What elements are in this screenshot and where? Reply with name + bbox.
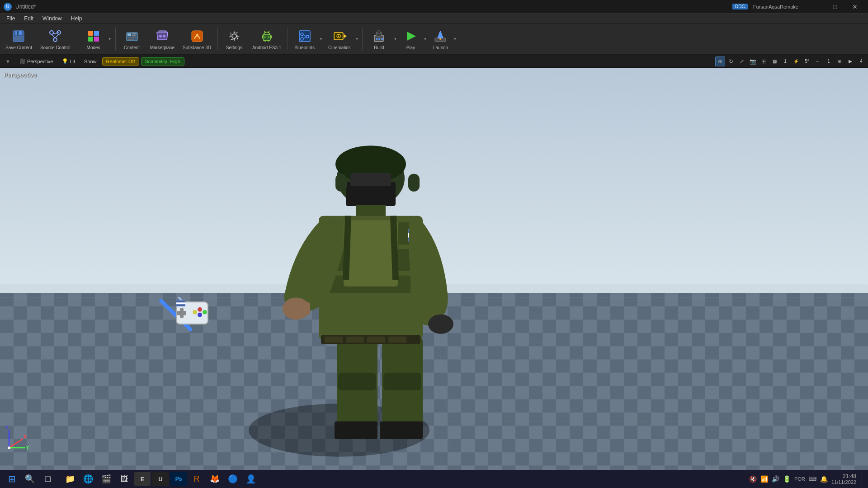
svg-point-24 xyxy=(232,34,236,38)
media-player-button[interactable]: 🎬 xyxy=(98,472,114,486)
launch-label: Launch xyxy=(433,45,448,50)
svg-point-130 xyxy=(8,446,10,449)
maximize-button[interactable]: □ xyxy=(826,0,844,14)
rotate-tool-button[interactable]: ↻ xyxy=(726,56,736,66)
show-desktop-button[interactable] xyxy=(862,472,864,486)
vr-button[interactable]: 4 xyxy=(856,56,866,66)
surface-snap-button[interactable]: ⊛ xyxy=(835,56,844,66)
marketplace-label: Marketplace xyxy=(150,45,175,50)
photos-button[interactable]: 🖼 xyxy=(116,472,132,486)
winrar-button[interactable]: R xyxy=(189,472,205,486)
substance-button[interactable]: Substance 3D xyxy=(179,24,215,53)
browser-button[interactable]: 🌐 xyxy=(80,472,96,486)
modes-group: Modes ▼ xyxy=(80,24,113,53)
svg-rect-104 xyxy=(380,421,423,439)
svg-rect-16 xyxy=(132,33,137,34)
build-button[interactable]: Build xyxy=(365,24,392,53)
source-control-button[interactable]: Source Control xyxy=(37,24,74,53)
world-space-button[interactable]: ▶ xyxy=(845,56,855,66)
svg-point-27 xyxy=(268,36,269,38)
svg-rect-102 xyxy=(383,373,421,390)
lit-label: Lit xyxy=(70,59,75,64)
play-label: Play xyxy=(406,45,415,50)
marketplace-button[interactable]: Marketplace xyxy=(146,24,178,53)
android-button[interactable]: Android ES3.1 xyxy=(249,24,285,53)
svg-rect-107 xyxy=(346,337,364,343)
svg-rect-30 xyxy=(262,35,263,38)
launch-dropdown[interactable]: ▼ xyxy=(452,24,458,53)
svg-rect-47 xyxy=(377,31,380,33)
svg-rect-15 xyxy=(127,33,131,36)
perspective-button[interactable]: 🎥 Perspective xyxy=(16,57,57,65)
title-bar-left: U Untitled* xyxy=(4,3,36,11)
angle-value-button[interactable]: 5° xyxy=(802,56,812,66)
cinematics-button[interactable]: Cinematics xyxy=(325,24,354,53)
substance-icon xyxy=(189,28,205,44)
angle-snap-button[interactable]: ⚡ xyxy=(791,56,801,66)
build-group: Build ▼ xyxy=(365,24,398,53)
save-current-button[interactable]: Save Current xyxy=(2,24,36,53)
launch-button[interactable]: Launch xyxy=(429,24,452,53)
camera-speed-button[interactable]: 📷 xyxy=(748,56,758,66)
play-button[interactable]: Play xyxy=(399,24,422,53)
grid-snap-button[interactable]: ⊞ xyxy=(759,56,769,66)
app-icon: U xyxy=(4,3,12,11)
chrome-button[interactable]: 🔵 xyxy=(225,472,241,486)
menu-file[interactable]: File xyxy=(2,14,19,23)
file-explorer-button[interactable]: 📁 xyxy=(62,472,78,486)
svg-text:X: X xyxy=(24,434,27,439)
epic-games-button[interactable]: E xyxy=(134,472,151,486)
lit-icon: 💡 xyxy=(62,58,68,64)
extra-app-button[interactable]: 👤 xyxy=(243,472,259,486)
modes-button[interactable]: Modes xyxy=(80,24,107,53)
content-button[interactable]: Content xyxy=(118,24,146,53)
close-button[interactable]: ✕ xyxy=(845,0,864,14)
viewport[interactable]: ✦ xyxy=(0,68,868,470)
settings-button[interactable]: Settings xyxy=(221,24,248,53)
windows-start-button[interactable]: ⊞ xyxy=(4,472,20,486)
menu-help[interactable]: Help xyxy=(66,14,87,23)
scalability-button[interactable]: Scalability: High xyxy=(141,57,184,66)
clock[interactable]: 21:48 11/11/2022 xyxy=(831,473,856,485)
svg-point-119 xyxy=(198,313,202,317)
task-view-button[interactable]: ❑ xyxy=(40,472,56,486)
blueprints-button[interactable]: Blueprints xyxy=(291,24,318,53)
cinematics-group: Cinematics ▼ xyxy=(325,24,359,53)
scale-value-button[interactable]: 1 xyxy=(824,56,834,66)
wifi-icon: 📶 xyxy=(760,475,768,483)
svg-point-20 xyxy=(159,35,162,38)
blueprints-dropdown[interactable]: ▼ xyxy=(318,24,324,53)
separator-4 xyxy=(288,28,288,50)
snap-value-button[interactable]: 1 xyxy=(780,56,790,66)
svg-point-120 xyxy=(193,310,197,314)
photoshop-button[interactable]: Ps xyxy=(170,472,187,486)
scale-tool-button[interactable]: ⤢ xyxy=(737,56,747,66)
viewport-options-button[interactable]: ▼ xyxy=(2,58,14,65)
firefox-button[interactable]: 🦊 xyxy=(207,472,223,486)
realtime-button[interactable]: Realtime: Off xyxy=(102,57,139,66)
menu-edit[interactable]: Edit xyxy=(19,14,38,23)
svg-marker-41 xyxy=(344,34,347,38)
build-dropdown[interactable]: ▼ xyxy=(392,24,398,53)
cinematics-label: Cinematics xyxy=(328,45,350,50)
svg-rect-18 xyxy=(127,37,137,38)
search-button[interactable]: 🔍 xyxy=(22,472,38,486)
lit-button[interactable]: 💡 Lit xyxy=(58,57,79,65)
svg-point-23 xyxy=(196,34,198,37)
show-button[interactable]: Show xyxy=(80,58,100,65)
grid-size-button[interactable]: ▦ xyxy=(769,56,779,66)
scale-snap-button[interactable]: ← xyxy=(813,56,823,66)
play-dropdown[interactable]: ▼ xyxy=(422,24,428,53)
translate-tool-button[interactable]: ⊕ xyxy=(715,56,725,66)
minimize-button[interactable]: ─ xyxy=(806,0,825,14)
separator-3 xyxy=(217,28,218,50)
svg-text:Z: Z xyxy=(5,425,9,430)
modes-dropdown[interactable]: ▼ xyxy=(107,24,113,53)
unreal-engine-button[interactable]: U xyxy=(152,472,169,486)
cinematics-dropdown[interactable]: ▼ xyxy=(354,24,359,53)
network-icon: 🔇 xyxy=(749,475,757,483)
menu-window[interactable]: Window xyxy=(38,14,66,23)
build-icon xyxy=(371,28,387,44)
save-icon xyxy=(10,28,27,44)
separator-5 xyxy=(362,28,363,50)
